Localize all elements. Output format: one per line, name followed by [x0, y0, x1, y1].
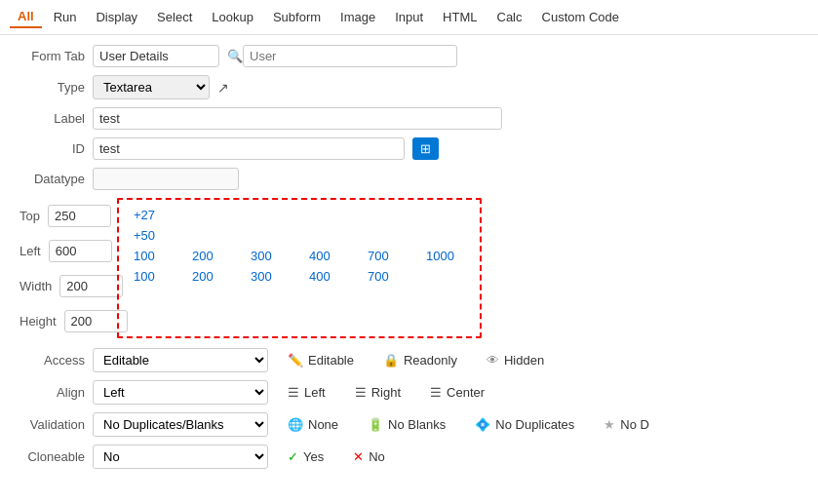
- access-readonly-label: Readonly: [404, 353, 457, 368]
- access-option-editable[interactable]: ✏️ Editable: [288, 353, 354, 368]
- top-offset-value[interactable]: +27: [134, 208, 173, 222]
- access-select[interactable]: Editable Readonly Hidden Disabled: [93, 348, 268, 372]
- validation-label: Validation: [19, 417, 93, 432]
- type-label: Type: [19, 80, 93, 95]
- left-offset-row: +50: [134, 228, 465, 243]
- width-preset-400[interactable]: 400: [309, 249, 348, 263]
- label-row: Label: [19, 107, 799, 130]
- form-tab-label: Form Tab: [19, 49, 93, 63]
- nav-lookup[interactable]: Lookup: [204, 7, 261, 27]
- battery-icon: 🔋: [368, 417, 383, 432]
- nav-select[interactable]: Select: [149, 7, 200, 27]
- validation-row: Validation No Duplicates/Blanks None No …: [19, 412, 799, 437]
- nav-subform[interactable]: Subform: [265, 7, 329, 27]
- eye-icon: 👁: [487, 353, 499, 368]
- star-icon: ★: [604, 417, 615, 432]
- access-label: Access: [19, 353, 93, 368]
- access-option-hidden[interactable]: 👁 Hidden: [487, 353, 544, 368]
- form-tab-row: Form Tab 🔍: [19, 45, 799, 67]
- cloneable-options-group: ✓ Yes ✕ No: [288, 449, 385, 464]
- datatype-input[interactable]: [93, 168, 239, 190]
- cloneable-row: Cloneable No Yes ✓ Yes ✕ No: [19, 445, 799, 469]
- validation-no-duplicates-label: No Duplicates: [495, 417, 574, 432]
- align-option-left[interactable]: ☰ Left: [288, 385, 326, 400]
- validation-option-no-blanks[interactable]: 🔋 No Blanks: [368, 417, 446, 432]
- cloneable-option-yes[interactable]: ✓ Yes: [288, 449, 324, 464]
- main-content: Form Tab 🔍 Type Textarea Text Number Dat…: [0, 35, 818, 486]
- bottom-section: Access Editable Readonly Hidden Disabled…: [19, 348, 799, 469]
- diamond-icon: 💠: [475, 417, 490, 432]
- label-input[interactable]: [93, 107, 502, 130]
- form-tab-input[interactable]: [93, 45, 219, 67]
- height-preset-300[interactable]: 300: [251, 269, 290, 284]
- align-select[interactable]: Left Right Center: [93, 380, 268, 405]
- cloneable-select[interactable]: No Yes: [93, 445, 268, 469]
- nav-calc[interactable]: Calc: [489, 7, 530, 27]
- height-preset-400[interactable]: 400: [309, 269, 348, 284]
- top-row: Top: [19, 198, 107, 233]
- align-right-label: Right: [371, 385, 401, 400]
- left-input[interactable]: [49, 240, 112, 262]
- validation-option-no-duplicates[interactable]: 💠 No Duplicates: [475, 417, 574, 432]
- width-input[interactable]: [59, 275, 123, 297]
- align-row: Align Left Right Center ☰ Left ☰ Right ☰…: [19, 380, 799, 405]
- top-nav: All Run Display Select Lookup Subform Im…: [0, 0, 818, 35]
- height-preset-100[interactable]: 100: [134, 269, 173, 284]
- width-label: Width: [19, 279, 59, 293]
- cloneable-label: Cloneable: [19, 449, 93, 464]
- validation-option-no-d[interactable]: ★ No D: [604, 417, 649, 432]
- validation-none-label: None: [308, 417, 338, 432]
- cloneable-no-label: No: [369, 449, 385, 464]
- align-center-icon: ☰: [430, 385, 442, 400]
- access-option-readonly[interactable]: 🔒 Readonly: [383, 353, 457, 368]
- nav-image[interactable]: Image: [332, 7, 383, 27]
- height-preset-700[interactable]: 700: [368, 269, 407, 284]
- pos-labels: Top Left Width Height: [19, 198, 107, 338]
- align-option-right[interactable]: ☰ Right: [355, 385, 401, 400]
- nav-run[interactable]: Run: [46, 7, 85, 27]
- type-select[interactable]: Textarea Text Number Date: [93, 75, 210, 99]
- access-options-group: ✏️ Editable 🔒 Readonly 👁 Hidden: [288, 353, 544, 368]
- position-section: Top Left Width Height +27 +50: [19, 198, 799, 338]
- access-hidden-label: Hidden: [504, 353, 544, 368]
- id-action-button[interactable]: ⊞: [412, 137, 439, 160]
- check-icon: ✓: [288, 449, 298, 464]
- type-row: Type Textarea Text Number Date ↗: [19, 75, 799, 99]
- cloneable-option-no[interactable]: ✕ No: [353, 449, 385, 464]
- access-editable-label: Editable: [308, 353, 354, 368]
- align-option-center[interactable]: ☰ Center: [430, 385, 485, 400]
- width-preset-300[interactable]: 300: [251, 249, 290, 263]
- width-preset-700[interactable]: 700: [368, 249, 407, 263]
- height-row: Height: [19, 303, 107, 338]
- align-left-icon: ☰: [288, 385, 299, 400]
- external-link-icon[interactable]: ↗: [217, 80, 229, 96]
- user-search-input[interactable]: [243, 45, 457, 67]
- align-options-group: ☰ Left ☰ Right ☰ Center: [288, 385, 485, 400]
- pencil-icon: ✏️: [288, 353, 303, 368]
- height-preset-200[interactable]: 200: [192, 269, 231, 284]
- validation-select[interactable]: No Duplicates/Blanks None No Blanks No D…: [93, 412, 268, 437]
- nav-input[interactable]: Input: [387, 7, 431, 27]
- validation-option-none[interactable]: 🌐 None: [288, 417, 338, 432]
- globe-icon: 🌐: [288, 417, 303, 432]
- label-label: Label: [19, 111, 93, 126]
- width-preset-100[interactable]: 100: [134, 249, 173, 263]
- width-preset-200[interactable]: 200: [192, 249, 231, 263]
- left-offset-value[interactable]: +50: [134, 228, 173, 243]
- align-center-label: Center: [447, 385, 485, 400]
- validation-options-group: 🌐 None 🔋 No Blanks 💠 No Duplicates ★ No …: [288, 417, 649, 432]
- top-label: Top: [19, 209, 48, 223]
- datatype-label: Datatype: [19, 172, 93, 186]
- id-input[interactable]: [93, 137, 405, 160]
- cross-icon: ✕: [353, 449, 364, 464]
- height-presets-row: 100 200 300 400 700: [134, 269, 465, 284]
- nav-all[interactable]: All: [10, 6, 42, 28]
- nav-custom-code[interactable]: Custom Code: [534, 7, 627, 27]
- align-label: Align: [19, 385, 93, 400]
- nav-display[interactable]: Display: [88, 7, 145, 27]
- top-input[interactable]: [48, 205, 111, 227]
- search-icon: 🔍: [227, 49, 243, 63]
- top-offset-row: +27: [134, 208, 465, 222]
- width-preset-1000[interactable]: 1000: [426, 249, 465, 263]
- nav-html[interactable]: HTML: [435, 7, 485, 27]
